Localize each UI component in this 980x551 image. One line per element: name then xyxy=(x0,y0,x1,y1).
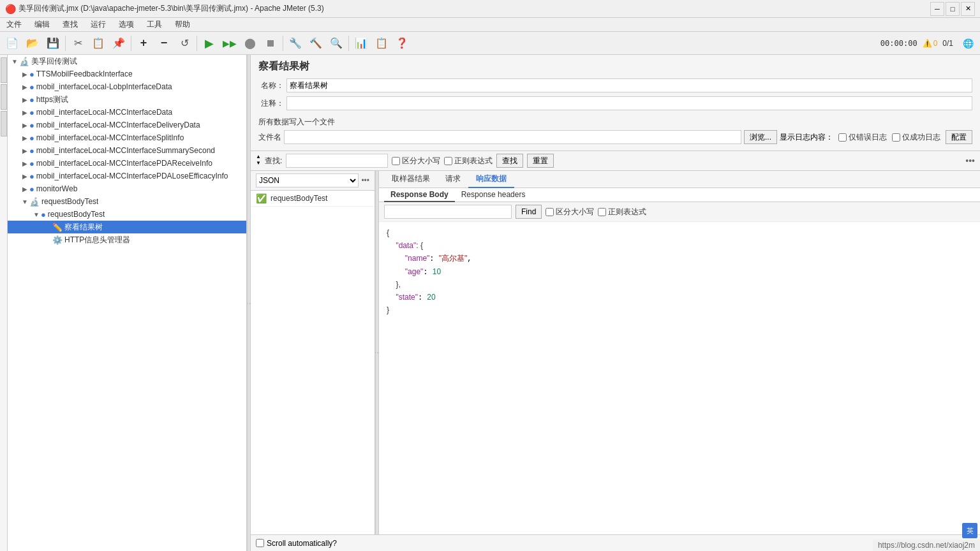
shutdown-button[interactable]: ⏹ xyxy=(261,34,280,53)
start-button[interactable]: ▶ xyxy=(200,34,219,53)
close-button[interactable]: ✕ xyxy=(961,2,975,16)
reset-button[interactable]: 重置 xyxy=(527,154,554,168)
regex-checkbox[interactable] xyxy=(444,157,452,165)
open-button[interactable]: 📂 xyxy=(23,34,42,53)
find-regex-checkbox[interactable] xyxy=(598,208,606,216)
menu-find[interactable]: 查找 xyxy=(59,18,82,31)
case-sensitive-checkbox[interactable] xyxy=(392,157,400,165)
file-input[interactable] xyxy=(284,130,741,144)
copy-button[interactable]: 📋 xyxy=(89,34,108,53)
root-label: 美孚回传测试 xyxy=(31,56,77,67)
tree-node-mcc-receive[interactable]: ▶ ● mobil_interfaceLocal-MCCInterfacePDA… xyxy=(8,157,246,170)
language-button[interactable]: 英 xyxy=(962,523,977,538)
lobp-icon: ● xyxy=(29,82,34,92)
help-button[interactable]: ❓ xyxy=(392,34,412,53)
menu-edit[interactable]: 编辑 xyxy=(31,18,54,31)
find-btn[interactable]: Find xyxy=(516,205,542,219)
mcc-lose-label: mobil_interfaceLocal-MCCInterfacePDALose… xyxy=(36,172,228,180)
minimize-button[interactable]: ─ xyxy=(930,2,944,16)
strip-button-3[interactable] xyxy=(1,111,7,136)
sort-down-button[interactable]: ▼ xyxy=(256,161,261,167)
mcc-data-icon: ● xyxy=(29,108,34,117)
menu-options[interactable]: 选项 xyxy=(115,18,138,31)
browse-button[interactable]: 浏览... xyxy=(744,130,777,144)
strip-button-1[interactable] xyxy=(1,57,7,83)
tree-node-mcc-delivery[interactable]: ▶ ● mobil_interfaceLocal-MCCInterfaceDel… xyxy=(8,119,246,131)
https-label: https测试 xyxy=(36,94,68,105)
config-button[interactable]: 配置 xyxy=(946,130,972,144)
tree-node-http-header[interactable]: ⚙️ HTTP信息头管理器 xyxy=(8,233,246,246)
search-toolbar-button[interactable]: 🔍 xyxy=(327,34,346,53)
stats-button[interactable]: 📊 xyxy=(352,34,371,53)
error-only-checkbox[interactable] xyxy=(838,133,847,142)
paste-button[interactable]: 📌 xyxy=(109,34,128,53)
mcc-receive-expander: ▶ xyxy=(20,159,29,168)
find-bar: Find 区分大小写 正则表达式 xyxy=(379,202,980,222)
https-expander: ▶ xyxy=(20,95,29,104)
tree-node-view-results[interactable]: ✏️ 察看结果树 xyxy=(8,221,246,233)
search-input[interactable] xyxy=(286,154,388,168)
settings2-button[interactable]: 🔨 xyxy=(306,34,325,53)
tree-node-lobp[interactable]: ▶ ● mobil_interfaceLocal-LobpInterfaceDa… xyxy=(8,80,246,93)
add-button[interactable]: + xyxy=(134,34,153,53)
find-case-checkbox[interactable] xyxy=(546,208,554,216)
tree-node-mcc-summary[interactable]: ▶ ● mobil_interfaceLocal-MCCInterfaceSum… xyxy=(8,144,246,157)
results-more-icon[interactable]: ••• xyxy=(361,176,369,185)
strip-button-2[interactable] xyxy=(1,84,7,110)
root-icon: 🔬 xyxy=(19,57,29,66)
warning-count: 0 xyxy=(933,39,938,48)
menu-file[interactable]: 文件 xyxy=(3,18,26,31)
sub-tabs-bar: Response Body Response headers xyxy=(379,188,980,202)
menu-run[interactable]: 运行 xyxy=(87,18,110,31)
new-button[interactable]: 📄 xyxy=(3,34,22,53)
left-strip xyxy=(0,55,8,551)
menu-help[interactable]: 帮助 xyxy=(171,18,194,31)
remote-button[interactable]: 🌐 xyxy=(958,34,977,53)
comment-input[interactable] xyxy=(286,96,972,110)
format-select[interactable]: JSON Text XML HTML xyxy=(256,173,359,187)
clear-button[interactable]: ↺ xyxy=(175,34,194,53)
tree-node-monitor[interactable]: ▶ ● monitorWeb xyxy=(8,182,246,195)
success-only-checkbox[interactable] xyxy=(892,133,900,142)
tree-node-https[interactable]: ▶ ● https测试 xyxy=(8,93,246,106)
find-input[interactable] xyxy=(384,205,512,219)
sub-tab-response-body[interactable]: Response Body xyxy=(384,188,455,202)
maximize-button[interactable]: □ xyxy=(946,2,960,16)
settings1-button[interactable]: 🔧 xyxy=(286,34,305,53)
tab-sampler-results[interactable]: 取样器结果 xyxy=(384,171,438,188)
more-options-icon[interactable]: ••• xyxy=(965,156,975,166)
success-only-text: 仅成功日志 xyxy=(902,132,940,143)
timer-display: 00:00:00 xyxy=(880,39,917,48)
scroll-auto-checkbox[interactable] xyxy=(256,539,264,547)
tab-request[interactable]: 请求 xyxy=(438,171,468,188)
warning-icon: ⚠️ xyxy=(923,39,932,48)
request-body-icon: 🔬 xyxy=(29,197,40,207)
save-button[interactable]: 💾 xyxy=(43,34,63,53)
result-item-request-body[interactable]: ✅ requestBodyTest xyxy=(251,191,375,207)
sub-tab-response-headers[interactable]: Response headers xyxy=(455,188,532,202)
stop-button[interactable]: ⬤ xyxy=(241,34,260,53)
title-bar: 🔴 美孚回传测试.jmx (D:\java\apache-jmeter-5.3\… xyxy=(0,0,980,18)
name-input[interactable] xyxy=(286,78,972,92)
tree-node-mcc-data[interactable]: ▶ ● mobil_interfaceLocal-MCCInterfaceDat… xyxy=(8,106,246,119)
tree-node-mcc-lose[interactable]: ▶ ● mobil_interfaceLocal-MCCInterfacePDA… xyxy=(8,170,246,182)
tree-node-request-body-test[interactable]: ▼ 🔬 requestBodyTest xyxy=(8,195,246,208)
find-button[interactable]: 查找 xyxy=(496,154,523,168)
tab-response-data[interactable]: 响应数据 xyxy=(468,171,514,188)
tree-node-request-body-child[interactable]: ▼ ● requestBodyTest xyxy=(8,208,246,221)
status-url: https://blog.csdn.net/xiaoj2m xyxy=(878,541,975,550)
tree-root[interactable]: ▼ 🔬 美孚回传测试 xyxy=(8,55,246,68)
menu-tools[interactable]: 工具 xyxy=(143,18,166,31)
tts-icon: ● xyxy=(29,70,34,79)
app-icon: 🔴 xyxy=(5,4,16,14)
tree-node-tts[interactable]: ▶ ● TTSMobilFeedbackInterface xyxy=(8,68,246,80)
comment-label: 注释： xyxy=(258,98,284,109)
tree-node-mcc-split[interactable]: ▶ ● mobil_interfaceLocal-MCCInterfaceSpl… xyxy=(8,131,246,144)
config-button[interactable]: 📋 xyxy=(372,34,391,53)
ratio-display: 0/1 xyxy=(942,39,953,48)
cut-button[interactable]: ✂ xyxy=(68,34,87,53)
remove-button[interactable]: − xyxy=(154,34,174,53)
lobp-label: mobil_interfaceLocal-LobpInterfaceData xyxy=(36,82,172,91)
monitor-expander: ▶ xyxy=(20,184,29,193)
start-no-pause-button[interactable]: ▶▶ xyxy=(220,34,239,53)
